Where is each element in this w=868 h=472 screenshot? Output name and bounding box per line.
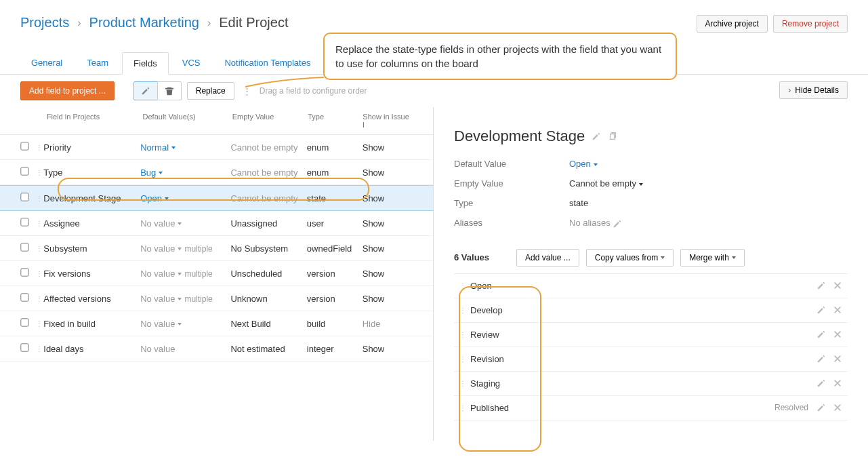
pencil-icon[interactable] [817, 281, 826, 290]
pencil-icon[interactable] [817, 305, 826, 315]
value-row[interactable]: ⋮ Published Resolved [454, 395, 848, 420]
close-icon[interactable] [833, 403, 842, 412]
table-row[interactable]: ⋮ Fix versions No valuemultiple Unschedu… [0, 261, 433, 286]
table-row[interactable]: ⋮ Subsystem No valuemultiple No Subsyste… [0, 236, 433, 261]
field-show[interactable]: Show [363, 193, 413, 203]
pencil-icon[interactable] [817, 403, 826, 412]
field-show[interactable]: Show [363, 294, 413, 304]
drag-handle-icon[interactable]: ⋮ [459, 282, 470, 290]
pencil-icon[interactable] [613, 219, 622, 229]
drag-handle-icon[interactable]: ⋮ [459, 307, 470, 314]
row-checkbox[interactable] [20, 193, 28, 201]
drag-handle-icon[interactable]: ⋮ [459, 355, 470, 363]
tab-general[interactable]: General [20, 52, 73, 74]
drag-handle-icon[interactable]: ⋮ [36, 169, 43, 176]
field-default[interactable]: No value [140, 319, 230, 329]
col-default: Default Value(s) [143, 113, 232, 129]
prop-empty-label: Empty Value [454, 178, 569, 189]
drag-handle-icon[interactable]: ⋮ [459, 380, 470, 387]
field-default[interactable]: Open [140, 193, 230, 203]
field-default[interactable]: No valuemultiple [140, 269, 230, 279]
drag-handle-icon[interactable]: ⋮ [36, 345, 43, 353]
table-row[interactable]: ⋮ Fixed in build No value Next Build bui… [0, 311, 433, 336]
field-show[interactable]: Show [363, 243, 413, 254]
drag-handle-icon[interactable]: ⋮ [36, 245, 43, 252]
add-field-button[interactable]: Add field to project ... [20, 81, 115, 100]
value-row[interactable]: ⋮ Open [454, 273, 848, 298]
field-default[interactable]: No value [140, 344, 230, 354]
row-checkbox[interactable] [20, 343, 28, 351]
field-show[interactable]: Hide [363, 319, 413, 329]
row-checkbox[interactable] [20, 268, 28, 276]
row-checkbox[interactable] [20, 218, 28, 226]
hide-details-button[interactable]: › Hide Details [779, 81, 848, 99]
close-icon[interactable] [833, 281, 842, 290]
breadcrumb-projects[interactable]: Projects [20, 15, 69, 31]
prop-aliases-value[interactable]: No aliases [569, 218, 848, 229]
remove-project-button[interactable]: Remove project [773, 15, 848, 33]
drag-handle-icon[interactable]: ⋮ [36, 144, 43, 151]
table-row[interactable]: ⋮ Priority Normal Cannot be empty enum S… [0, 135, 433, 160]
table-row[interactable]: ⋮ Type Bug Cannot be empty enum Show [0, 160, 433, 185]
row-checkbox[interactable] [20, 243, 28, 251]
tab-team[interactable]: Team [76, 52, 119, 74]
field-show[interactable]: Show [363, 168, 413, 178]
replace-button[interactable]: Replace [187, 82, 234, 100]
row-checkbox[interactable] [20, 167, 28, 175]
tab-notification-templates[interactable]: Notification Templates [213, 52, 321, 74]
drag-handle-icon[interactable]: ⋮ [459, 331, 470, 338]
table-row[interactable]: ⋮ Ideal days No value Not estimated inte… [0, 336, 433, 361]
value-row[interactable]: ⋮ Review [454, 322, 848, 347]
field-default[interactable]: No valuemultiple [140, 243, 230, 254]
value-label: Open [470, 281, 817, 291]
prop-default-label: Default Value [454, 159, 569, 169]
field-name: Priority [43, 142, 140, 153]
pencil-icon[interactable] [817, 378, 826, 388]
row-checkbox[interactable] [20, 293, 28, 301]
value-row[interactable]: ⋮ Develop [454, 298, 848, 322]
annotation-callout: Replace the state-type fields in other p… [323, 33, 677, 80]
prop-empty-value[interactable]: Cannot be empty [569, 178, 848, 189]
close-icon[interactable] [833, 330, 842, 339]
archive-project-button[interactable]: Archive project [697, 15, 768, 33]
pencil-icon[interactable] [817, 330, 826, 339]
close-icon[interactable] [833, 354, 842, 363]
close-icon[interactable] [833, 305, 842, 315]
table-row[interactable]: ⋮ Assignee No value Unassigned user Show [0, 211, 433, 236]
table-row[interactable]: ⋮ Affected versions No valuemultiple Unk… [0, 286, 433, 311]
row-checkbox[interactable] [20, 142, 28, 150]
field-show[interactable]: Show [363, 269, 413, 279]
delete-mode-button[interactable] [157, 81, 182, 100]
field-empty: Cannot be empty [230, 142, 306, 153]
pencil-icon[interactable] [817, 354, 826, 363]
drag-handle-icon[interactable]: ⋮ [36, 270, 43, 277]
close-icon[interactable] [833, 378, 842, 388]
field-name: Development Stage [43, 193, 140, 203]
drag-handle-icon[interactable]: ⋮ [36, 320, 43, 328]
field-default[interactable]: Normal [140, 142, 230, 153]
value-row[interactable]: ⋮ Revision [454, 347, 848, 371]
pencil-icon[interactable] [592, 132, 601, 141]
merge-with-button[interactable]: Merge with [680, 249, 745, 267]
field-default[interactable]: No value [140, 218, 230, 229]
drag-handle-icon[interactable]: ⋮ [459, 404, 470, 412]
copy-icon[interactable] [608, 132, 617, 141]
drag-handle-icon[interactable]: ⋮ [36, 295, 43, 302]
table-row[interactable]: ⋮ Development Stage Open Cannot be empty… [0, 185, 433, 211]
field-show[interactable]: Show [363, 218, 413, 229]
field-show[interactable]: Show [363, 142, 413, 153]
copy-values-button[interactable]: Copy values from [586, 249, 674, 267]
drag-handle-icon[interactable]: ⋮ [36, 195, 43, 202]
field-default[interactable]: Bug [140, 168, 230, 178]
field-show[interactable]: Show [363, 344, 413, 354]
prop-default-value[interactable]: Open [569, 159, 848, 169]
edit-mode-button[interactable] [133, 81, 158, 100]
add-value-button[interactable]: Add value ... [516, 249, 579, 267]
field-default[interactable]: No valuemultiple [140, 294, 230, 304]
tab-fields[interactable]: Fields [122, 52, 169, 75]
drag-handle-icon[interactable]: ⋮ [36, 220, 43, 227]
value-row[interactable]: ⋮ Staging [454, 371, 848, 395]
row-checkbox[interactable] [20, 318, 28, 326]
breadcrumb-parent[interactable]: Product Marketing [89, 15, 199, 31]
tab-vcs[interactable]: VCS [171, 52, 211, 74]
